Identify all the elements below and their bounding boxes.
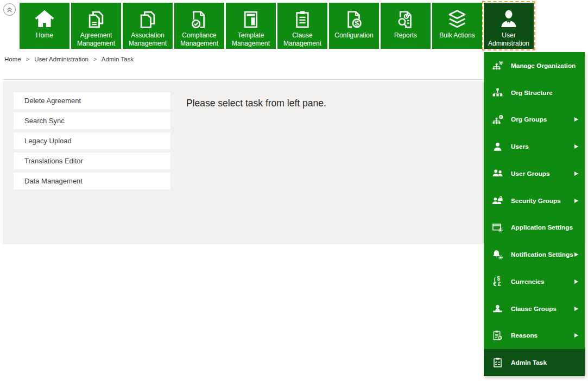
- nav-tile-label: Association Management: [123, 31, 173, 48]
- nav-tile-reports[interactable]: Reports: [381, 3, 431, 49]
- breadcrumb-home[interactable]: Home: [4, 56, 21, 62]
- nav-tile-label: Clause Management: [277, 31, 327, 48]
- menu-item-label: Reasons: [511, 332, 538, 339]
- main-nav-tilebar: Home Agreement Management Association Ma…: [20, 3, 534, 49]
- submenu-arrow-icon: [574, 144, 578, 149]
- user-administration-icon: [498, 5, 520, 30]
- menu-item-label: Security Groups: [511, 197, 561, 205]
- nav-tile-association-management[interactable]: Association Management: [123, 3, 173, 49]
- svg-text:$: $: [355, 19, 359, 27]
- menu-item-label: Application Settings: [511, 224, 573, 231]
- empty-state-message: Please select task from left pane.: [186, 98, 326, 109]
- submenu-arrow-icon: [574, 252, 578, 257]
- task-item-delete-agreement[interactable]: Delete Agreement: [14, 92, 170, 109]
- bulk-actions-icon: [446, 5, 468, 30]
- menu-item-clause-groups[interactable]: Clause Groups: [484, 295, 585, 322]
- menu-item-reasons[interactable]: Reasons: [484, 322, 585, 350]
- home-icon: [34, 5, 55, 30]
- breadcrumb-separator: >: [26, 56, 29, 62]
- menu-item-label: Currencies: [511, 278, 545, 285]
- task-item-search-sync[interactable]: Search Sync: [14, 112, 170, 129]
- compliance-management-icon: [189, 5, 210, 30]
- org-groups-icon: [491, 113, 504, 126]
- nav-tile-compliance-management[interactable]: Compliance Management: [174, 3, 224, 49]
- nav-tile-label: Bulk Actions: [438, 31, 476, 40]
- manage-organization-icon: [491, 59, 504, 72]
- task-item-legacy-upload[interactable]: Legacy Upload: [14, 132, 170, 149]
- agreement-management-icon: [86, 5, 106, 30]
- reports-icon: [395, 5, 416, 30]
- submenu-arrow-icon: [574, 307, 578, 311]
- menu-item-label: Users: [511, 143, 529, 150]
- nav-tile-label: Configuration: [333, 31, 374, 40]
- menu-item-org-groups[interactable]: Org Groups: [484, 106, 585, 134]
- breadcrumb: Home > User Administration > Admin Task: [4, 56, 134, 62]
- menu-item-admin-task[interactable]: Admin Task: [484, 349, 585, 376]
- nav-tile-label: Agreement Management: [71, 31, 121, 48]
- users-icon: [491, 140, 504, 153]
- nav-tile-template-management[interactable]: Template Management: [226, 3, 276, 49]
- menu-item-notification-settings[interactable]: Notification Settings: [484, 241, 585, 268]
- nav-tile-label: Reports: [393, 31, 418, 40]
- user-administration-menu: Manage Organization Org Structure Org Gr…: [484, 52, 585, 376]
- configuration-icon: $: [344, 5, 364, 30]
- nav-tile-user-administration[interactable]: User Administration: [484, 3, 534, 49]
- menu-item-label: Admin Task: [511, 359, 547, 366]
- breadcrumb-separator: >: [93, 56, 97, 62]
- submenu-arrow-icon: [574, 333, 578, 338]
- menu-item-label: Notification Settings: [511, 251, 573, 258]
- nav-tile-label: Compliance Management: [174, 31, 224, 48]
- nav-tile-clause-management[interactable]: Clause Management: [277, 3, 327, 49]
- menu-item-manage-organization[interactable]: Manage Organization: [484, 52, 585, 79]
- application-settings-icon: [491, 221, 504, 234]
- user-groups-icon: [491, 167, 504, 180]
- org-structure-icon: [491, 86, 504, 99]
- menu-item-label: User Groups: [511, 170, 549, 177]
- menu-item-org-structure[interactable]: Org Structure: [484, 79, 585, 106]
- nav-tile-label: Home: [35, 31, 54, 40]
- nav-tile-configuration[interactable]: $ Configuration: [329, 3, 379, 49]
- submenu-arrow-icon: [574, 117, 578, 122]
- svg-text:€: €: [493, 281, 496, 287]
- nav-tile-label: Template Management: [226, 31, 276, 48]
- association-management-icon: [137, 5, 158, 30]
- task-item-data-management[interactable]: Data Management: [14, 173, 170, 189]
- template-management-icon: [241, 5, 261, 30]
- clause-groups-icon: [491, 302, 504, 315]
- reasons-icon: [491, 329, 504, 342]
- admin-task-icon: [491, 356, 504, 369]
- menu-item-user-groups[interactable]: User Groups: [484, 160, 585, 187]
- breadcrumb-user-administration[interactable]: User Administration: [34, 56, 88, 62]
- breadcrumb-admin-task[interactable]: Admin Task: [102, 56, 134, 62]
- task-item-translations-editor[interactable]: Translations Editor: [14, 153, 170, 169]
- collapse-ribbon-button[interactable]: [3, 3, 16, 16]
- nav-tile-home[interactable]: Home: [20, 3, 69, 49]
- menu-item-application-settings[interactable]: Application Settings: [484, 214, 585, 242]
- nav-tile-label: User Administration: [484, 31, 534, 48]
- menu-item-label: Org Groups: [511, 116, 547, 123]
- menu-item-label: Org Structure: [511, 89, 553, 97]
- currencies-icon: $€£: [491, 275, 504, 288]
- menu-item-users[interactable]: Users: [484, 133, 585, 160]
- menu-item-security-groups[interactable]: Security Groups: [484, 187, 585, 214]
- menu-item-currencies[interactable]: $€£ Currencies: [484, 268, 585, 295]
- security-groups-icon: [491, 194, 504, 207]
- admin-task-pane: Delete Agreement Search Sync Legacy Uplo…: [14, 92, 170, 193]
- menu-item-label: Clause Groups: [511, 305, 557, 313]
- notification-settings-icon: [491, 248, 504, 261]
- nav-tile-bulk-actions[interactable]: Bulk Actions: [432, 3, 482, 49]
- submenu-arrow-icon: [574, 172, 578, 176]
- clause-management-icon: [292, 5, 313, 30]
- double-chevron-up-icon: [6, 6, 13, 14]
- svg-text:£: £: [498, 281, 501, 287]
- submenu-arrow-icon: [574, 280, 578, 284]
- submenu-arrow-icon: [574, 199, 578, 203]
- nav-tile-agreement-management[interactable]: Agreement Management: [71, 3, 121, 49]
- menu-item-label: Manage Organization: [511, 62, 576, 69]
